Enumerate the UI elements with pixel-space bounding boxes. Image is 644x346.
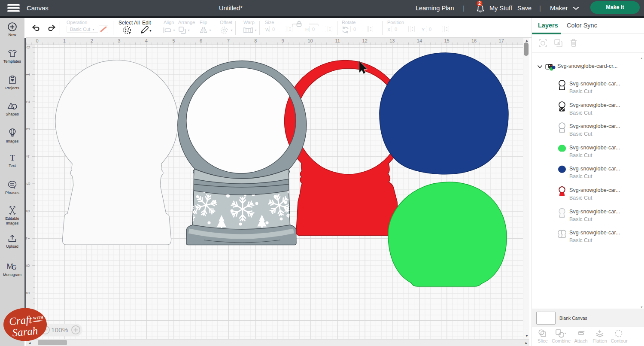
svg-text:2: 2 [478,1,481,6]
svg-text:4: 4 [26,155,31,158]
svg-text:7: 7 [26,237,31,240]
svg-text:8: 8 [26,264,31,267]
svg-text:6: 6 [26,210,31,212]
svg-text:3: 3 [26,128,31,131]
svg-text:5: 5 [26,182,31,185]
svg-text:9: 9 [26,291,31,294]
svg-text:G: G [12,264,16,271]
svg-text:WITH: WITH [33,315,43,320]
svg-text:T: T [10,153,15,162]
svg-text:2: 2 [26,100,31,103]
svg-text:0: 0 [26,46,31,49]
svg-text:Sarah: Sarah [12,325,38,338]
svg-text:1: 1 [26,73,31,76]
